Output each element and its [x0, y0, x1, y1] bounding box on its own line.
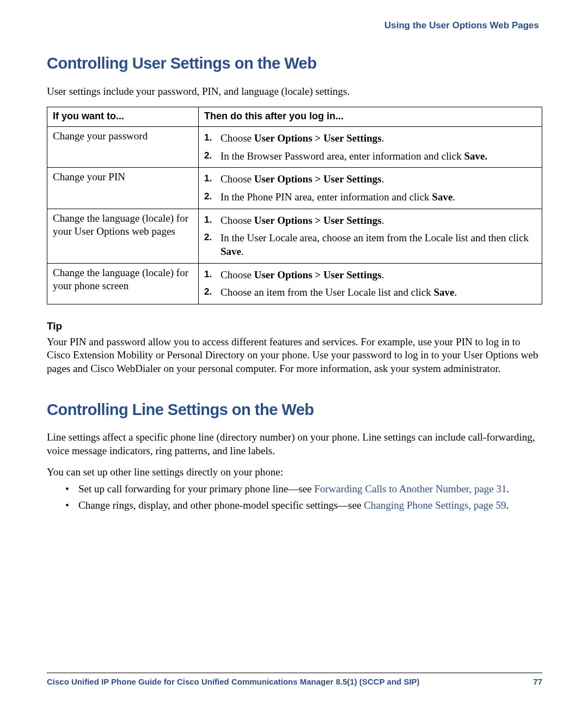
- procedure-table: If you want to... Then do this after you…: [47, 107, 542, 304]
- step: Choose User Options > User Settings.: [204, 214, 537, 228]
- cell-steps: Choose User Options > User Settings. Cho…: [199, 263, 542, 304]
- footer-title: Cisco Unified IP Phone Guide for Cisco U…: [47, 676, 420, 687]
- table-row: Change the language (locale) for your Us…: [47, 209, 542, 263]
- paragraph: You can set up other line settings direc…: [47, 466, 542, 479]
- heading-line-settings: Controlling Line Settings on the Web: [47, 400, 542, 420]
- table-header-row: If you want to... Then do this after you…: [47, 107, 542, 126]
- step-text: .: [382, 269, 384, 280]
- list-text: Set up call forwarding for your primary …: [78, 483, 314, 495]
- table-row: Change the language (locale) for your ph…: [47, 263, 542, 304]
- bullet-list: Set up call forwarding for your primary …: [47, 483, 542, 512]
- step: Choose User Options > User Settings.: [204, 173, 537, 186]
- cell-want: Change your password: [47, 126, 199, 167]
- step-bold: Save: [434, 286, 455, 298]
- step: Choose User Options > User Settings.: [204, 132, 537, 145]
- heading-user-settings: Controlling User Settings on the Web: [47, 53, 542, 74]
- cell-want: Change the language (locale) for your ph…: [47, 263, 199, 304]
- tip-heading: Tip: [47, 320, 542, 333]
- step-bold: User Options > User Settings: [254, 215, 382, 226]
- step: In the Phone PIN area, enter information…: [204, 191, 537, 204]
- list-text: Change rings, display, and other phone-m…: [78, 499, 364, 511]
- step-text: Choose an item from the User Locale list…: [220, 286, 434, 298]
- col-header-then: Then do this after you log in...: [199, 107, 542, 126]
- step: Choose an item from the User Locale list…: [204, 286, 537, 300]
- tip-body: Your PIN and password allow you to acces…: [47, 335, 542, 376]
- table-row: Change your PIN Choose User Options > Us…: [47, 168, 542, 209]
- step-text: Choose: [220, 269, 254, 280]
- table-row: Change your password Choose User Options…: [47, 126, 542, 167]
- step-bold: Save: [220, 246, 241, 257]
- step: In the Browser Password area, enter info…: [204, 150, 537, 163]
- step-bold: User Options > User Settings: [254, 269, 382, 280]
- col-header-want: If you want to...: [47, 107, 199, 126]
- step: In the User Locale area, choose an item …: [204, 231, 537, 258]
- list-text: .: [507, 483, 510, 495]
- step-text: In the Phone PIN area, enter information…: [220, 191, 432, 203]
- list-item: Set up call forwarding for your primary …: [65, 483, 542, 496]
- step-text: Choose: [220, 173, 254, 185]
- step-text: Choose: [220, 215, 254, 226]
- page-footer: Cisco Unified IP Phone Guide for Cisco U…: [47, 673, 542, 687]
- step-bold: Save.: [464, 150, 487, 162]
- link-forwarding-calls[interactable]: Forwarding Calls to Another Number, page…: [314, 483, 506, 495]
- page-number: 77: [533, 676, 542, 687]
- step-text: In the Browser Password area, enter info…: [220, 150, 464, 162]
- step-bold: Save: [432, 191, 452, 203]
- cell-want: Change the language (locale) for your Us…: [47, 209, 199, 263]
- paragraph: Line settings affect a specific phone li…: [47, 431, 542, 457]
- step-text: .: [382, 132, 384, 144]
- page: Using the User Options Web Pages Control…: [0, 0, 588, 714]
- cell-steps: Choose User Options > User Settings. In …: [199, 168, 542, 209]
- step-text: .: [382, 215, 384, 226]
- cell-steps: Choose User Options > User Settings. In …: [199, 209, 542, 263]
- cell-steps: Choose User Options > User Settings. In …: [199, 126, 542, 167]
- step-text: .: [241, 246, 244, 257]
- intro-paragraph: User settings include your password, PIN…: [47, 85, 542, 99]
- breadcrumb: Using the User Options Web Pages: [47, 20, 542, 32]
- step-text: Choose: [220, 132, 254, 144]
- link-changing-settings[interactable]: Changing Phone Settings, page 59: [364, 499, 506, 511]
- cell-want: Change your PIN: [47, 168, 199, 209]
- list-item: Change rings, display, and other phone-m…: [65, 499, 542, 512]
- step-text: .: [455, 286, 457, 298]
- step-text: .: [382, 173, 384, 185]
- step-bold: User Options > User Settings: [254, 132, 382, 144]
- list-text: .: [506, 499, 509, 511]
- step-text: .: [452, 191, 455, 203]
- step-bold: User Options > User Settings: [254, 173, 382, 185]
- step-text: In the User Locale area, choose an item …: [220, 232, 529, 243]
- step: Choose User Options > User Settings.: [204, 268, 537, 282]
